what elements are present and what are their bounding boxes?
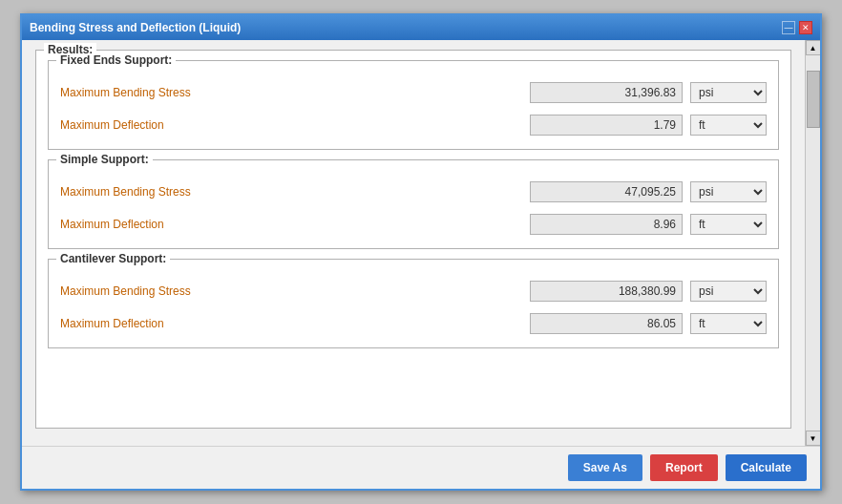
main-content: Results: Fixed Ends Support: Maximum Ben… (22, 40, 805, 446)
fixed-deflection-row: Maximum Deflection ft in m (60, 115, 767, 136)
window-controls: — ✕ (782, 21, 812, 34)
fixed-bending-stress-label: Maximum Bending Stress (60, 86, 232, 99)
cantilever-deflection-label: Maximum Deflection (60, 317, 232, 330)
simple-bending-stress-input[interactable] (530, 181, 683, 202)
cantilever-deflection-unit[interactable]: ft in m (690, 313, 767, 334)
fixed-deflection-input[interactable] (530, 115, 683, 136)
simple-bending-stress-label: Maximum Bending Stress (60, 185, 232, 199)
fixed-bending-stress-row: Maximum Bending Stress psi kPa MPa (60, 82, 767, 103)
cantilever-bending-stress-unit[interactable]: psi kPa MPa (690, 281, 767, 302)
main-window: Bending Stress and Deflection (Liquid) —… (20, 13, 822, 491)
cantilever-bending-stress-row: Maximum Bending Stress psi kPa MPa (60, 281, 767, 302)
simple-deflection-input[interactable] (530, 214, 683, 235)
simple-support-group: Simple Support: Maximum Bending Stress p… (48, 159, 779, 249)
footer: Save As Report Calculate (22, 446, 820, 489)
simple-deflection-row: Maximum Deflection ft in m (60, 214, 767, 235)
calculate-button[interactable]: Calculate (726, 454, 807, 481)
simple-deflection-label: Maximum Deflection (60, 218, 232, 231)
simple-support-legend: Simple Support: (56, 153, 153, 166)
title-bar: Bending Stress and Deflection (Liquid) —… (22, 15, 820, 40)
cantilever-bending-stress-input[interactable] (530, 281, 683, 302)
cantilever-support-group: Cantilever Support: Maximum Bending Stre… (48, 259, 779, 348)
cantilever-bending-stress-label: Maximum Bending Stress (60, 284, 232, 298)
fixed-ends-support-group: Fixed Ends Support: Maximum Bending Stre… (48, 60, 779, 150)
scroll-up-arrow[interactable]: ▲ (806, 40, 821, 55)
window-body: Results: Fixed Ends Support: Maximum Ben… (22, 40, 820, 446)
scroll-down-arrow[interactable]: ▼ (806, 430, 821, 446)
report-button[interactable]: Report (650, 454, 718, 481)
scroll-thumb[interactable] (807, 71, 820, 128)
fixed-bending-stress-input[interactable] (530, 82, 683, 103)
fixed-deflection-unit[interactable]: ft in m (690, 115, 767, 136)
fixed-bending-stress-unit[interactable]: psi kPa MPa (690, 82, 767, 103)
cantilever-deflection-row: Maximum Deflection ft in m (60, 313, 767, 334)
close-button[interactable]: ✕ (799, 21, 812, 34)
results-group: Results: Fixed Ends Support: Maximum Ben… (35, 50, 791, 429)
simple-bending-stress-unit[interactable]: psi kPa MPa (690, 181, 767, 202)
fixed-ends-legend: Fixed Ends Support: (56, 53, 176, 67)
fixed-deflection-label: Maximum Deflection (60, 118, 232, 132)
cantilever-deflection-input[interactable] (530, 313, 683, 334)
simple-bending-stress-row: Maximum Bending Stress psi kPa MPa (60, 181, 767, 202)
minimize-button[interactable]: — (782, 21, 795, 34)
save-as-button[interactable]: Save As (568, 454, 642, 481)
window-title: Bending Stress and Deflection (Liquid) (30, 21, 241, 34)
cantilever-support-legend: Cantilever Support: (56, 252, 170, 265)
simple-deflection-unit[interactable]: ft in m (690, 214, 767, 235)
scrollbar[interactable]: ▲ ▼ (805, 40, 820, 446)
